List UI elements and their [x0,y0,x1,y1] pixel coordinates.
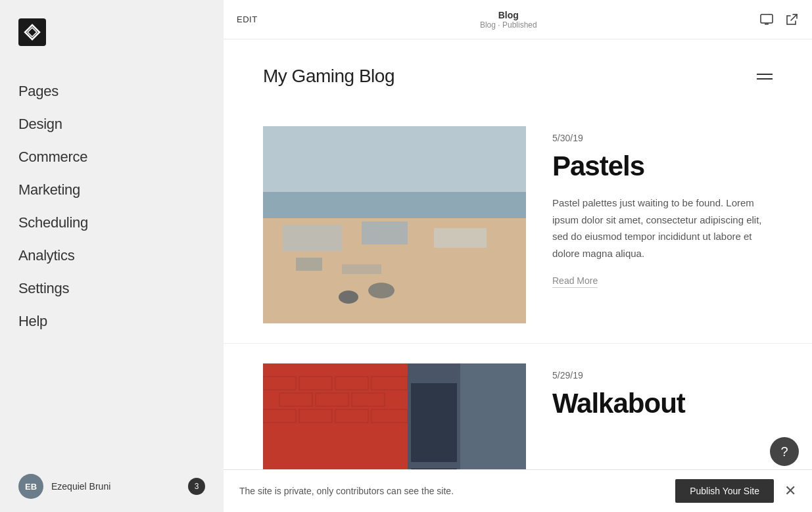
post-image-walkabout [263,363,526,469]
svg-point-12 [368,283,394,298]
banner-text: The site is private, only contributors c… [239,486,454,496]
blog-post-1: 5/30/19 Pastels Pastel palettes just wai… [224,106,812,344]
external-link-icon[interactable] [784,12,799,27]
edit-button[interactable]: EDIT [237,14,258,24]
sidebar-item-marketing[interactable]: Marketing [18,174,205,206]
post-content-1: 5/30/19 Pastels Pastel palettes just wai… [552,126,773,287]
sidebar: Pages Design Commerce Marketing Scheduli… [0,0,224,512]
svg-rect-9 [434,228,487,248]
svg-rect-2 [765,24,769,25]
svg-rect-11 [342,264,381,274]
svg-rect-0 [18,18,46,46]
device-preview-icon[interactable] [759,12,774,27]
hamburger-line-1 [757,74,773,75]
post-image-pastels [263,126,526,323]
publish-button[interactable]: Publish Your Site [675,479,774,503]
topbar-actions [759,12,799,27]
svg-line-3 [791,14,797,20]
main-content: EDIT Blog Blog · Published [224,0,812,512]
sidebar-item-design[interactable]: Design [18,108,205,141]
blog-header: My Gaming Blog [224,39,812,106]
notification-badge[interactable]: 3 [188,478,205,495]
svg-rect-1 [761,14,773,23]
bottom-banner: The site is private, only contributors c… [224,469,812,512]
blog-preview: My Gaming Blog [224,39,812,469]
help-button[interactable]: ? [770,437,799,466]
svg-rect-28 [411,469,457,469]
squarespace-logo-icon [18,18,46,46]
hamburger-line-2 [757,78,773,80]
svg-point-13 [339,291,358,304]
avatar: EB [18,474,43,499]
svg-rect-7 [283,225,342,251]
topbar: EDIT Blog Blog · Published [224,0,812,39]
svg-rect-10 [296,258,322,271]
user-name: Ezequiel Bruni [51,481,110,492]
sidebar-item-commerce[interactable]: Commerce [18,141,205,174]
svg-rect-27 [411,383,457,462]
sidebar-item-scheduling[interactable]: Scheduling [18,206,205,239]
blog-post-2: 5/29/19 Walkabout [224,344,812,469]
sidebar-item-analytics[interactable]: Analytics [18,239,205,272]
sidebar-footer: EB Ezequiel Bruni 3 [0,461,224,512]
close-banner-button[interactable]: ✕ [784,484,796,498]
hamburger-menu-icon[interactable] [757,74,773,80]
banner-actions: Publish Your Site ✕ [675,479,796,503]
post-excerpt-1: Pastel palettes just waiting to be found… [552,195,773,262]
read-more-link-1[interactable]: Read More [552,275,598,288]
preview-pane[interactable]: My Gaming Blog [224,39,812,469]
logo-area [0,0,224,75]
post-date-1: 5/30/19 [552,133,773,143]
page-subtitle: Blog · Published [480,20,537,30]
svg-rect-8 [362,221,408,244]
sidebar-item-help[interactable]: Help [18,305,205,338]
topbar-center: Blog Blog · Published [480,10,537,30]
post-date-2: 5/29/19 [552,370,773,381]
user-info[interactable]: EB Ezequiel Bruni [18,474,110,499]
post-heading-2: Walkabout [552,388,773,419]
sidebar-item-settings[interactable]: Settings [18,272,205,305]
sidebar-navigation: Pages Design Commerce Marketing Scheduli… [0,75,224,461]
post-content-2: 5/29/19 Walkabout [552,363,773,432]
sidebar-item-pages[interactable]: Pages [18,75,205,108]
svg-rect-29 [460,363,526,469]
blog-title: My Gaming Blog [263,66,394,87]
page-title: Blog [480,10,537,20]
post-heading-1: Pastels [552,151,773,181]
